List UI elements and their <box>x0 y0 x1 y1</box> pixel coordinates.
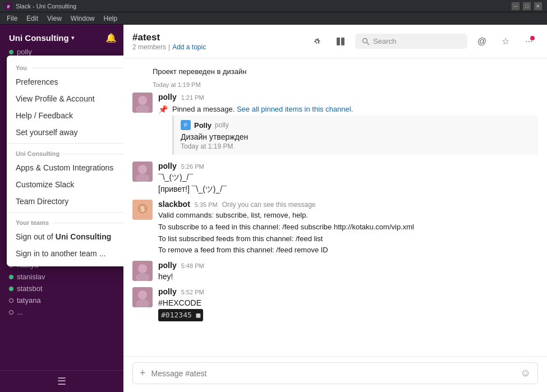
dropdown-apps[interactable]: Apps & Custom Integrations <box>7 159 123 176</box>
channel-header: #atest 2 members | Add a topic <box>123 25 547 58</box>
dropdown-sign-out[interactable]: Sign out of Uni Consulting <box>7 228 123 245</box>
dropdown-sign-in[interactable]: Sign in to another team ... <box>7 245 123 262</box>
dropdown-preferences[interactable]: Preferences <box>7 73 123 90</box>
system-message-time: Today at 1:19 PM <box>153 81 538 88</box>
filter-icon[interactable]: ☰ <box>57 375 66 388</box>
close-btn[interactable]: ✕ <box>534 2 543 11</box>
sidebar-item-tatyana[interactable]: tatyana <box>0 294 123 306</box>
svg-rect-3 <box>341 38 344 45</box>
menu-view[interactable]: View <box>43 13 66 24</box>
dropdown-customize[interactable]: Customize Slack <box>7 176 123 193</box>
slack-icon: # <box>4 2 12 10</box>
message-time-1: 1:21 PM <box>181 94 204 101</box>
avatar-polly-5 <box>132 287 153 307</box>
slackbot-line-2: To subscribe to a feed in this channel: … <box>158 222 538 233</box>
sidebar-item-statsbot[interactable]: statsbot <box>0 283 123 294</box>
dropdown-help-feedback[interactable]: Help / Feedback <box>7 107 123 124</box>
channel-title: #atest <box>132 32 301 43</box>
layout-icon-btn[interactable] <box>332 33 350 50</box>
message-input[interactable] <box>151 369 515 378</box>
dropdown-team-directory[interactable]: Team Directory <box>7 193 123 210</box>
message-author-3[interactable]: slackbot <box>158 200 190 209</box>
avatar-polly-1 <box>132 93 153 113</box>
svg-line-5 <box>367 43 369 45</box>
message-author-1[interactable]: polly <box>158 93 177 102</box>
dropdown-menu: You Preferences View Profile & Account H… <box>7 56 123 266</box>
columns-icon <box>336 37 345 46</box>
emoji-icon[interactable]: ☺ <box>521 367 531 379</box>
workspace-header[interactable]: Uni Consulting ▾ 🔔 <box>0 25 123 48</box>
message-row-2: polly 5:26 PM ¯\_(ツ)_/¯ [привет!] ¯\_(ツ)… <box>123 159 547 197</box>
message-content-3: slackbot 5:35 PM Only you can see this m… <box>158 200 538 256</box>
svg-text:#: # <box>7 4 10 10</box>
avatar-polly-4 <box>132 261 153 281</box>
add-attachment-icon[interactable]: + <box>140 367 146 379</box>
message-row-3: S slackbot 5:35 PM Only you can see this… <box>123 197 547 259</box>
message-text-2b: [привет!] ¯\_(ツ)_/¯ <box>158 183 538 195</box>
online-dot-statsbot <box>9 287 13 291</box>
search-icon <box>362 38 370 45</box>
message-author-5[interactable]: polly <box>158 287 177 296</box>
sidebar-item-more[interactable]: ... <box>0 306 123 318</box>
dropdown-view-profile[interactable]: View Profile & Account <box>7 90 123 107</box>
message-header-2: polly 5:26 PM <box>158 162 538 170</box>
more-dot <box>9 310 13 315</box>
pin-text: Pinned a message. <box>172 105 235 113</box>
dropdown-divider-1 <box>7 143 123 144</box>
minimize-btn[interactable]: ─ <box>511 2 520 11</box>
message-time-3: 5:35 PM <box>195 201 218 208</box>
channel-name-tatyana: tatyana <box>17 296 41 305</box>
svg-rect-2 <box>337 38 340 45</box>
message-content-4: polly 5:48 PM hey! <box>158 261 538 283</box>
menu-file[interactable]: File <box>2 13 22 24</box>
title-bar-text: Slack - Uni Consulting <box>16 3 76 10</box>
pinned-banner: 📌 Pinned a message. See all pinned items… <box>158 103 538 157</box>
message-content-5: polly 5:52 PM #HEXCODE #012345 ■ <box>158 287 538 321</box>
sidebar-bottom: ☰ <box>0 370 123 392</box>
menu-help[interactable]: Help <box>99 13 122 24</box>
channel-meta: 2 members | Add a topic <box>132 43 301 51</box>
search-box[interactable]: Search <box>355 34 467 49</box>
message-time-5: 5:52 PM <box>181 289 204 296</box>
avatar-slackbot: S <box>132 200 153 220</box>
sign-out-workspace: Uni Consulting <box>56 232 112 241</box>
message-header-3: slackbot 5:35 PM Only you can see this m… <box>158 200 538 209</box>
meta-separator: | <box>168 43 170 51</box>
message-time-2: 5:26 PM <box>181 163 204 170</box>
menu-window[interactable]: Window <box>66 13 99 24</box>
menu-bar: File Edit View Window Help <box>0 12 547 25</box>
channel-title-section: #atest 2 members | Add a topic <box>132 32 301 51</box>
message-content-1: polly 1:21 PM 📌 Pinned a message. See al… <box>158 93 538 157</box>
search-label: Search <box>373 37 396 45</box>
add-topic-link[interactable]: Add a topic <box>172 43 206 51</box>
message-author-2[interactable]: polly <box>158 162 177 170</box>
menu-edit[interactable]: Edit <box>22 13 43 24</box>
settings-icon-btn[interactable] <box>308 33 326 50</box>
slackbot-line-1: Valid commands: subscribe, list, remove,… <box>158 210 538 222</box>
message-row-4: polly 5:48 PM hey! <box>123 259 547 285</box>
message-text-5a: #HEXCODE <box>158 297 538 309</box>
dropdown-your-teams-label: Your teams <box>7 215 123 228</box>
message-header-4: polly 5:48 PM <box>158 261 538 270</box>
svg-point-10 <box>138 165 147 174</box>
pin-icon: 📌 <box>158 105 168 114</box>
maximize-btn[interactable]: □ <box>522 2 531 11</box>
bell-icon[interactable]: 🔔 <box>105 33 117 43</box>
pin-link[interactable]: See all pinned items in this channel. <box>237 105 353 113</box>
avatar-polly-2 <box>132 162 153 182</box>
star-icon-btn[interactable]: ☆ <box>497 33 514 50</box>
message-author-4[interactable]: polly <box>158 261 177 270</box>
pinned-preview: P Polly polly Дизайн утвержден Today at … <box>172 116 538 155</box>
pinned-sub: polly <box>215 121 229 129</box>
workspace-name: Uni Consulting <box>9 33 69 43</box>
code-block: #012345 ■ <box>158 309 203 321</box>
member-count: 2 members <box>132 43 166 51</box>
dropdown-set-away[interactable]: Set yourself away <box>7 124 123 141</box>
message-input-area: + ☺ <box>123 356 547 392</box>
more-options-btn[interactable]: ··· <box>520 33 538 50</box>
pinned-time: Today at 1:19 PM <box>181 142 531 150</box>
app-container: Uni Consulting ▾ 🔔 polly You Preferences… <box>0 25 547 392</box>
at-icon-btn[interactable]: @ <box>473 33 491 50</box>
sidebar-item-stanislav[interactable]: stanislav <box>0 271 123 283</box>
message-content-2: polly 5:26 PM ¯\_(ツ)_/¯ [привет!] ¯\_(ツ)… <box>158 162 538 195</box>
